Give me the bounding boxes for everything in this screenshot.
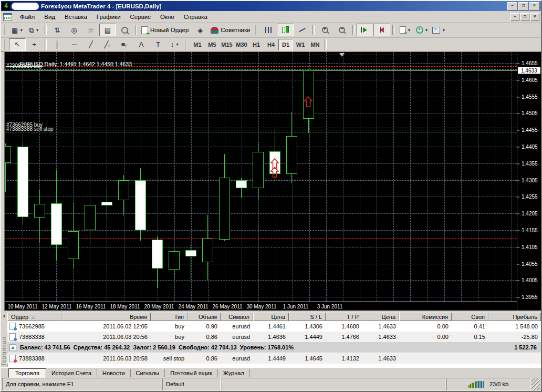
close-button[interactable]: × bbox=[529, 2, 539, 11]
take-profit-line[interactable] bbox=[5, 238, 517, 239]
menu-вставка[interactable]: Вставка bbox=[60, 13, 92, 21]
indicators-dropdown-icon[interactable]: ▼ bbox=[408, 28, 411, 32]
market-watch-button[interactable]: ⇅ bbox=[49, 24, 66, 36]
toolbar-grip[interactable] bbox=[255, 25, 258, 35]
timeframe-h1-button[interactable]: H1 bbox=[249, 39, 264, 50]
column-header-5[interactable]: Символ bbox=[221, 313, 253, 321]
timeframe-mn-button[interactable]: MN bbox=[308, 39, 322, 50]
chart-shift-marker-icon[interactable] bbox=[339, 53, 345, 57]
menu-сервис[interactable]: Сервис bbox=[126, 13, 155, 21]
trendline-button[interactable]: ╱ bbox=[82, 38, 99, 51]
timeframe-w1-button[interactable]: W1 bbox=[293, 39, 308, 50]
column-header-8[interactable]: T / P bbox=[326, 313, 362, 321]
cursor-button[interactable]: ↖ bbox=[9, 38, 26, 51]
minimize-button[interactable]: – bbox=[507, 2, 517, 11]
column-header-10[interactable]: Комиссия bbox=[399, 313, 452, 321]
menu-графики[interactable]: Графики bbox=[92, 13, 126, 21]
horizontal-line-button[interactable]: ─ bbox=[66, 38, 82, 51]
order-row[interactable]: 738833382011.06.03 20:56buy0.86eurusd1.4… bbox=[7, 332, 541, 342]
profiles-dropdown-icon[interactable]: ▼ bbox=[36, 28, 39, 32]
column-header-2[interactable]: Время bbox=[61, 313, 151, 321]
zoom-out-button[interactable] bbox=[333, 24, 350, 36]
timeframe-m1-button[interactable]: M1 bbox=[190, 39, 205, 50]
terminal-button[interactable]: ▤ bbox=[99, 24, 116, 36]
column-header-11[interactable]: Своп bbox=[452, 313, 488, 321]
templates-dropdown-icon[interactable]: ▼ bbox=[442, 28, 445, 32]
profiles-button[interactable]: ⧉▼ bbox=[26, 24, 43, 36]
candle-body bbox=[185, 250, 196, 256]
order-line-label[interactable]: #73883388 sell stop bbox=[6, 126, 54, 132]
new-chart-dropdown-icon[interactable]: ▼ bbox=[19, 28, 23, 32]
order-row[interactable]: 738833882011.06.03 20:58sell stop0.86eur… bbox=[7, 353, 541, 364]
terminal-tab-новости[interactable]: Новости bbox=[97, 369, 131, 377]
resize-grip[interactable] bbox=[531, 378, 540, 390]
equidistant-channel-button[interactable]: ╱E bbox=[99, 38, 116, 51]
text-label-button[interactable]: T bbox=[150, 38, 166, 51]
child-restore-button[interactable]: ❐ bbox=[520, 13, 529, 21]
line-chart-button[interactable] bbox=[294, 24, 310, 36]
child-minimize-button[interactable]: – bbox=[510, 13, 519, 21]
menu-вид[interactable]: Вид bbox=[39, 13, 60, 21]
status-profile[interactable]: Default bbox=[162, 378, 221, 390]
column-header-9[interactable]: Цена bbox=[362, 313, 399, 321]
terminal-panel: x Терминал Ордер△ВремяТипОбъёмСимволЦена… bbox=[1, 313, 541, 367]
bars-chart-button[interactable] bbox=[260, 24, 277, 36]
chart-area[interactable]: EURUSD,Daily 1.4491 1.4642 1.4450 1.4633… bbox=[1, 51, 541, 311]
terminal-tab-история-счета[interactable]: История Счета bbox=[46, 369, 97, 377]
chart-window-icon[interactable] bbox=[3, 13, 12, 21]
terminal-tab-почтовый-ящик[interactable]: Почтовый ящик bbox=[165, 369, 217, 377]
open-price-line[interactable] bbox=[5, 128, 517, 128]
arrows-dropdown-icon[interactable]: ▼ bbox=[175, 43, 179, 46]
order-row[interactable]: 736629852011.06.02 12:05buy0.90eurusd1.4… bbox=[7, 321, 541, 332]
menu-файл[interactable]: Файл bbox=[15, 13, 39, 21]
expert-advisors-button[interactable]: Советники bbox=[209, 24, 253, 36]
vertical-line-button[interactable]: │ bbox=[49, 38, 66, 51]
pending-order-line[interactable] bbox=[5, 132, 517, 132]
menu-справка[interactable]: Справка bbox=[179, 13, 212, 21]
periods-button[interactable]: ▼ bbox=[413, 24, 430, 36]
chart-shift-button[interactable] bbox=[373, 24, 390, 36]
candles-chart-button[interactable] bbox=[277, 24, 294, 36]
balance-up-arrow-icon: ▲ bbox=[9, 344, 16, 351]
menu-окно[interactable]: Окно bbox=[155, 13, 179, 21]
strategy-tester-button[interactable] bbox=[116, 24, 133, 36]
navigator-button[interactable]: ☆ bbox=[82, 24, 99, 36]
column-header-1[interactable]: Ордер△ bbox=[7, 313, 61, 321]
data-window-button[interactable]: ◎ bbox=[66, 24, 82, 36]
timeframe-h4-button[interactable]: H4 bbox=[264, 39, 278, 50]
zoom-in-button[interactable] bbox=[317, 24, 333, 36]
fibonacci-button[interactable]: ≡F bbox=[116, 38, 133, 51]
column-header-4[interactable]: Объём bbox=[187, 313, 221, 321]
column-header-3[interactable]: Тип bbox=[151, 313, 187, 321]
templates-button[interactable]: ▼ bbox=[430, 24, 447, 36]
new-chart-button[interactable]: ▦▼ bbox=[9, 24, 26, 36]
terminal-tab-сигналы[interactable]: Сигналы bbox=[131, 369, 165, 377]
chart-plot[interactable]: EURUSD,Daily 1.4491 1.4642 1.4450 1.4633… bbox=[1, 52, 517, 311]
periods-dropdown-icon[interactable]: ▼ bbox=[425, 28, 429, 32]
column-header-6[interactable]: Цена bbox=[253, 313, 289, 321]
restore-button[interactable]: ❐ bbox=[518, 2, 528, 11]
timeframe-m30-button[interactable]: M30 bbox=[234, 39, 249, 50]
column-header-12[interactable]: Прибыль bbox=[488, 313, 541, 321]
indicators-button[interactable]: ▼ bbox=[397, 24, 413, 36]
order-line-label[interactable]: #73083330 buy bbox=[6, 63, 43, 69]
child-close-button[interactable]: × bbox=[530, 13, 539, 21]
timeframe-d1-button[interactable]: D1 bbox=[278, 39, 293, 50]
crosshair-button[interactable]: + bbox=[26, 38, 43, 51]
timeframe-m15-button[interactable]: M15 bbox=[220, 39, 234, 50]
order-cell: 1.4461 bbox=[253, 321, 289, 332]
metaeditor-button[interactable]: ◈ bbox=[192, 24, 209, 36]
toolbar-grip[interactable] bbox=[185, 39, 189, 50]
arrows-button[interactable]: ↕▼ bbox=[166, 38, 183, 51]
new-order-button[interactable]: Новый Ордер bbox=[139, 24, 192, 36]
price-axis[interactable]: 1.46551.46051.45551.45051.44551.44051.43… bbox=[517, 52, 541, 311]
auto-scroll-button[interactable] bbox=[357, 24, 373, 36]
order-pending-icon bbox=[9, 355, 16, 362]
candle-body bbox=[202, 239, 213, 262]
column-header-7[interactable]: S / L bbox=[289, 313, 326, 321]
timeframe-m5-button[interactable]: M5 bbox=[205, 39, 220, 50]
gridline-vertical bbox=[141, 52, 141, 301]
terminal-tab-журнал[interactable]: Журнал bbox=[218, 369, 250, 377]
text-button[interactable]: A bbox=[133, 38, 150, 51]
terminal-tab-торговля[interactable]: Торговля bbox=[8, 368, 46, 378]
